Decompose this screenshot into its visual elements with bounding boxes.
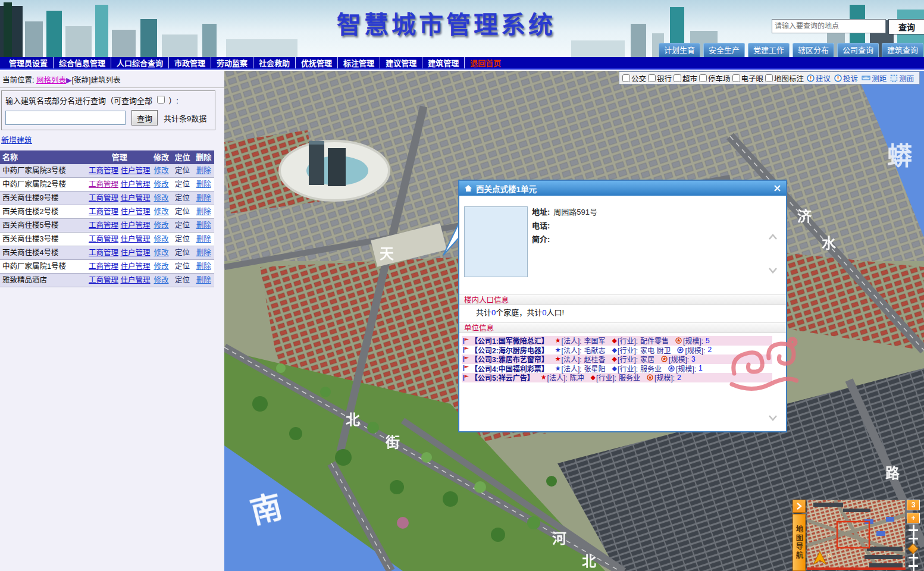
- menu-item[interactable]: 社会救助: [253, 57, 296, 68]
- layer-checkbox[interactable]: [622, 74, 630, 82]
- map-layer-toggle[interactable]: 电子眼: [732, 73, 764, 84]
- breadcrumb-grid-link[interactable]: 网格列表: [36, 76, 66, 84]
- map-layer-toggle[interactable]: 银行: [648, 73, 672, 84]
- resident-mgmt-link[interactable]: 住户管理: [121, 180, 151, 189]
- business-mgmt-link[interactable]: 工商管理: [89, 276, 118, 284]
- diamond-icon: ◆: [612, 346, 617, 354]
- business-mgmt-link[interactable]: 工商管理: [89, 249, 118, 257]
- edit-link[interactable]: 修改: [154, 276, 168, 284]
- locate-link[interactable]: 定位: [175, 208, 190, 216]
- resident-mgmt-link[interactable]: 住户管理: [121, 276, 151, 284]
- resident-mgmt-link[interactable]: 住户管理: [121, 194, 151, 202]
- business-mgmt-link[interactable]: 工商管理: [89, 180, 118, 189]
- locate-link[interactable]: 定位: [175, 235, 190, 243]
- map-search-input[interactable]: [772, 19, 886, 33]
- suggestion-link[interactable]: 建议: [807, 73, 831, 84]
- minimap-nav-bar[interactable]: 地图导航: [793, 514, 806, 571]
- menu-item[interactable]: 建议管理: [380, 57, 422, 68]
- menu-item-return-home[interactable]: 退回首页: [465, 57, 506, 68]
- layer-checkbox[interactable]: [732, 74, 740, 82]
- map-layer-toggle[interactable]: 停车场: [699, 73, 731, 84]
- menu-item[interactable]: 市政管理: [169, 57, 211, 68]
- locate-link[interactable]: 定位: [175, 276, 190, 284]
- add-building-link[interactable]: 新增建筑: [1, 134, 32, 145]
- delete-link[interactable]: 删除: [196, 262, 211, 271]
- delete-link[interactable]: 删除: [196, 167, 211, 175]
- layer-checkbox[interactable]: [765, 74, 773, 82]
- measure-distance-link[interactable]: 测距: [862, 73, 887, 84]
- delete-link[interactable]: 删除: [196, 276, 211, 284]
- locate-link[interactable]: 定位: [175, 167, 190, 175]
- resident-mgmt-link[interactable]: 住户管理: [121, 235, 151, 243]
- svg-text:济: 济: [797, 208, 812, 224]
- building-name-input[interactable]: [5, 111, 126, 125]
- building-photo-placeholder: [464, 206, 528, 277]
- business-mgmt-link[interactable]: 工商管理: [89, 235, 118, 243]
- menu-item[interactable]: 综合信息管理: [54, 57, 111, 68]
- nav-tab[interactable]: 计划生育: [659, 43, 700, 57]
- complaint-link[interactable]: 投诉: [834, 73, 858, 84]
- business-mgmt-link[interactable]: 工商管理: [89, 194, 118, 202]
- edit-link[interactable]: 修改: [154, 167, 168, 175]
- menu-item[interactable]: 人口综合查询: [111, 57, 169, 68]
- resident-mgmt-link[interactable]: 住户管理: [121, 167, 151, 175]
- edit-link[interactable]: 修改: [154, 208, 168, 216]
- map-search-button[interactable]: 查询: [888, 19, 924, 34]
- scroll-up-icon[interactable]: [768, 233, 778, 241]
- map-layer-toggle[interactable]: 公交: [622, 73, 646, 84]
- locate-link[interactable]: 定位: [175, 194, 190, 202]
- delete-link[interactable]: 删除: [196, 249, 211, 257]
- edit-link[interactable]: 修改: [154, 262, 168, 271]
- menu-item[interactable]: 标注管理: [338, 57, 380, 68]
- nav-tab[interactable]: 党建工作: [748, 43, 790, 57]
- delete-link[interactable]: 删除: [196, 180, 211, 189]
- scroll-down-icon[interactable]: [768, 413, 778, 422]
- close-icon[interactable]: [773, 184, 781, 192]
- zoom-slider-handle[interactable]: [907, 543, 918, 554]
- zoom-in-button[interactable]: +: [907, 513, 920, 523]
- layer-checkbox[interactable]: [699, 74, 707, 82]
- menu-item[interactable]: 优抚管理: [296, 57, 338, 68]
- business-mgmt-link[interactable]: 工商管理: [89, 221, 118, 230]
- resident-mgmt-link[interactable]: 住户管理: [121, 262, 151, 271]
- resident-mgmt-link[interactable]: 住户管理: [121, 221, 151, 230]
- star-icon: ★: [555, 346, 561, 354]
- business-mgmt-link[interactable]: 工商管理: [89, 208, 118, 216]
- layer-checkbox[interactable]: [674, 74, 681, 82]
- company-list: 【公司1:国军微陪总汇】 ★[法人]:李国军 ◆[行业]:配件零售 [规模]:5…: [462, 336, 772, 382]
- edit-link[interactable]: 修改: [154, 235, 168, 243]
- edit-link[interactable]: 修改: [154, 221, 168, 230]
- nav-tab[interactable]: 安全生产: [703, 43, 745, 57]
- nav-tab[interactable]: 辖区分布: [793, 43, 834, 57]
- locate-link[interactable]: 定位: [175, 180, 190, 189]
- minimap-collapse-button[interactable]: [793, 500, 806, 513]
- delete-link[interactable]: 删除: [196, 221, 211, 230]
- delete-link[interactable]: 删除: [196, 235, 211, 243]
- menu-item[interactable]: 劳动监察: [211, 57, 253, 68]
- scroll-down-icon[interactable]: [768, 266, 778, 274]
- locate-link[interactable]: 定位: [175, 262, 190, 271]
- locate-link[interactable]: 定位: [175, 249, 190, 257]
- edit-link[interactable]: 修改: [154, 194, 168, 202]
- nav-tab[interactable]: 公司查询: [837, 43, 879, 57]
- measure-area-link[interactable]: 测面: [890, 73, 914, 84]
- resident-mgmt-link[interactable]: 住户管理: [121, 249, 151, 257]
- menu-item[interactable]: 建筑管理: [422, 57, 465, 68]
- breadcrumb-arrow-icon: ▶: [66, 76, 72, 84]
- map-layer-toggle[interactable]: 地图标注: [765, 73, 804, 84]
- menu-item[interactable]: 管理员设置: [4, 57, 54, 68]
- minimap-thumbnail[interactable]: N: [807, 500, 906, 569]
- layer-checkbox[interactable]: [648, 74, 656, 82]
- query-button[interactable]: 查询: [131, 110, 158, 126]
- resident-mgmt-link[interactable]: 住户管理: [121, 208, 151, 216]
- business-mgmt-link[interactable]: 工商管理: [89, 167, 118, 175]
- delete-link[interactable]: 删除: [196, 194, 211, 202]
- map-layer-toggle[interactable]: 超市: [674, 73, 697, 84]
- edit-link[interactable]: 修改: [154, 180, 168, 189]
- edit-link[interactable]: 修改: [154, 249, 168, 257]
- nav-tab[interactable]: 建筑查询: [882, 43, 923, 57]
- query-all-checkbox[interactable]: [157, 96, 165, 103]
- delete-link[interactable]: 删除: [196, 208, 211, 216]
- locate-link[interactable]: 定位: [175, 221, 190, 230]
- business-mgmt-link[interactable]: 工商管理: [89, 262, 118, 271]
